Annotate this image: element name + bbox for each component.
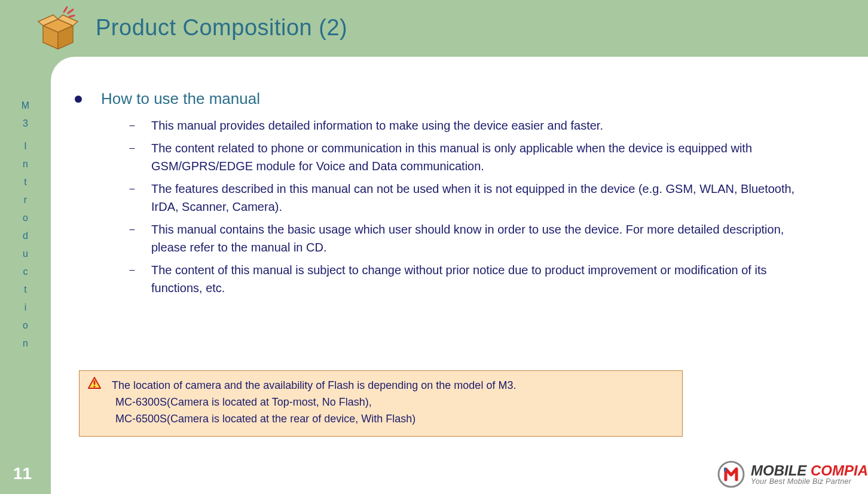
list-item-text: The content of this manual is subject to… — [151, 261, 844, 297]
logo-tagline: Your Best Mobile Biz Partner — [751, 478, 868, 486]
side-section-label: M3 Introduction — [17, 97, 35, 352]
main-content: How to use the manual –This manual provi… — [75, 90, 844, 302]
dash-icon: – — [129, 261, 136, 297]
list-item-text: The features described in this manual ca… — [151, 180, 844, 216]
list-item: –This manual provides detailed informati… — [129, 116, 844, 134]
list-item: –The features described in this manual c… — [129, 180, 844, 216]
list-item-text: This manual contains the basic usage whi… — [151, 220, 844, 256]
dash-icon: – — [129, 180, 136, 216]
bullet-dot-icon — [75, 96, 82, 103]
svg-rect-6 — [94, 381, 96, 385]
dash-icon: – — [129, 220, 136, 256]
list-item: –The content of this manual is subject t… — [129, 261, 844, 297]
slide-page: Product Composition (2) M3 Introduction … — [0, 0, 868, 494]
logo-word-compia: COMPIA — [811, 462, 868, 478]
svg-rect-9 — [724, 468, 726, 471]
bullet-heading-row: How to use the manual — [75, 90, 844, 108]
footer-logo: MOBILE COMPIA Your Best Mobile Biz Partn… — [717, 461, 868, 488]
page-title: Product Composition (2) — [96, 15, 347, 41]
list-item: –This manual contains the basic usage wh… — [129, 220, 844, 256]
section-heading: How to use the manual — [101, 90, 260, 108]
dash-icon: – — [129, 139, 136, 175]
note-line-3: MC-6500S(Camera is located at the rear o… — [115, 411, 674, 428]
logo-text: MOBILE COMPIA — [751, 463, 868, 478]
logo-word-mobile: MOBILE — [751, 462, 806, 478]
note-line-1: The location of camera and the availabil… — [112, 378, 516, 394]
warning-note-box: The location of camera and the availabil… — [79, 370, 683, 437]
dash-icon: – — [129, 116, 136, 134]
sub-bullet-list: –This manual provides detailed informati… — [129, 116, 844, 297]
logo-mark-icon — [717, 461, 745, 488]
list-item-text: The content related to phone or communic… — [151, 139, 844, 175]
svg-point-7 — [93, 385, 95, 387]
list-item-text: This manual provides detailed informatio… — [151, 116, 844, 134]
note-line-2: MC-6300S(Camera is located at Top-most, … — [115, 394, 674, 411]
box-icon — [37, 5, 79, 53]
page-number: 11 — [13, 464, 32, 483]
list-item: –The content related to phone or communi… — [129, 139, 844, 175]
warning-icon — [88, 377, 101, 394]
